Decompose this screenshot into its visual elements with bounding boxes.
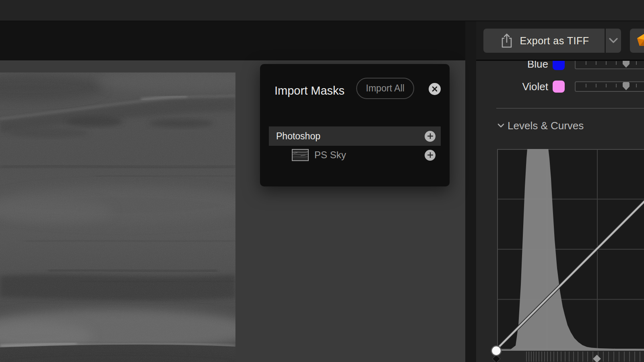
add-mask-button[interactable] [425, 150, 436, 161]
export-format-dropdown[interactable] [606, 29, 621, 53]
app-badge-button[interactable] [630, 29, 644, 53]
edit-panel: Blue Violet [476, 61, 644, 362]
levels-handle [593, 355, 601, 362]
hue-slider-violet[interactable] [575, 81, 644, 92]
plus-icon [427, 133, 433, 139]
import-all-label: Import All [366, 83, 405, 94]
color-label-blue: Blue [476, 61, 548, 73]
levels-curves-header[interactable]: Levels & Curves [497, 119, 584, 132]
color-swatch-violet[interactable] [553, 81, 565, 93]
import-all-button[interactable]: Import All [356, 78, 414, 99]
close-button[interactable] [429, 83, 441, 95]
add-group-button[interactable] [425, 131, 436, 142]
luminar-app-window: Export as TIFF [0, 0, 644, 362]
section-divider [496, 108, 644, 109]
photo-preview-dunes [0, 72, 235, 362]
color-swatch-blue[interactable] [553, 61, 565, 70]
chevron-down-icon [609, 37, 618, 44]
hue-slider-blue[interactable] [575, 61, 644, 69]
export-button[interactable]: Export as TIFF [483, 29, 605, 53]
close-icon [432, 86, 438, 92]
section-title: Levels & Curves [508, 120, 584, 132]
mask-row-ps-sky[interactable]: PS Sky [269, 146, 441, 164]
color-row-violet: Violet [476, 78, 644, 95]
orange-gem-icon [637, 34, 644, 47]
mask-group-row-photoshop[interactable]: Photoshop [269, 126, 441, 146]
slider-thumb-violet[interactable] [623, 82, 630, 90]
chevron-down-icon [497, 123, 504, 128]
color-label-violet: Violet [476, 78, 548, 95]
import-masks-dialog: Import Masks Import All Photoshop [260, 64, 450, 186]
dialog-title: Import Masks [275, 84, 345, 97]
share-icon [499, 33, 514, 49]
export-button-label: Export as TIFF [520, 35, 589, 47]
mask-thumbnail [292, 149, 309, 161]
main-toolbar [0, 21, 465, 60]
title-bar [0, 0, 644, 21]
mask-name-label: PS Sky [314, 149, 346, 161]
mask-group-label: Photoshop [276, 131, 320, 142]
plus-icon [427, 152, 433, 158]
export-toolbar: Export as TIFF [476, 21, 644, 61]
color-row-blue: Blue [476, 61, 644, 73]
levels-curves-histogram[interactable] [489, 149, 644, 362]
slider-thumb-blue[interactable] [623, 61, 630, 68]
panel-gutter [465, 21, 476, 362]
